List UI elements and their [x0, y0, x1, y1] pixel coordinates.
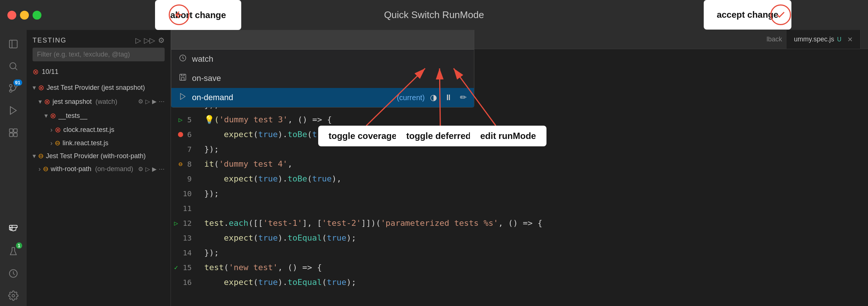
abort-change-callout: abort change: [155, 0, 241, 30]
play-action-icon[interactable]: ▶: [152, 165, 157, 174]
sidebar-title: TESTING: [33, 37, 67, 44]
sidebar-item-run-debug[interactable]: [3, 100, 24, 121]
abort-icon-circle[interactable]: [169, 4, 189, 25]
sidebar-item-settings[interactable]: [3, 285, 24, 306]
tree-item-clock-test[interactable]: › ⊗ clock.react.test.js: [27, 123, 171, 137]
expand-icon: ›: [50, 138, 53, 148]
line-number-13: 13: [183, 231, 192, 245]
flask-badge: 1: [16, 242, 22, 249]
search-icon: [8, 61, 18, 71]
line-number-5: 5: [187, 112, 192, 127]
tree-item-with-root-path[interactable]: › ⊖ with-root-path (on-demand) ⚙ ▷ ▶ ⋯: [27, 163, 171, 176]
svg-rect-11: [14, 129, 17, 132]
tree-item-jest-provider-1[interactable]: ▾ ⊗ Jest Test Provider (jest snapshot): [27, 81, 171, 95]
line-number-9: 9: [187, 171, 192, 186]
svg-marker-8: [10, 107, 16, 115]
code-line-16: 16 expect(true).toEqual(true);: [171, 275, 868, 290]
qs-option-watch[interactable]: watch: [171, 50, 474, 69]
status-error-icon: ⊗: [50, 110, 56, 121]
run-all-tests-icon[interactable]: ▷▷: [144, 36, 155, 45]
tree-label: link.react.test.js: [63, 138, 108, 148]
sidebar-item-explorer[interactable]: [3, 34, 24, 54]
error-count-icon: ⊗: [33, 67, 39, 76]
svg-rect-10: [10, 129, 13, 132]
toggle-coverage-icon[interactable]: ◑: [430, 93, 437, 102]
code-line-5: ▷ 5 💡('dummy test 3', () => {: [171, 112, 868, 127]
play-action-icon[interactable]: ▶: [152, 97, 157, 106]
line-gutter-6: 6: [171, 127, 201, 142]
editor-tab-spec[interactable]: ummy.spec.js U ✕: [787, 30, 861, 49]
expand-icon: ▾: [33, 83, 36, 93]
arrow-left-icon: [174, 10, 184, 20]
sidebar-settings-icon[interactable]: ⚙: [158, 36, 165, 45]
svg-point-5: [10, 85, 12, 87]
sidebar-item-source-control[interactable]: 91: [3, 78, 24, 99]
status-partial-icon: ⊖: [38, 151, 44, 161]
toggle-deferred-icon[interactable]: ⏸: [444, 93, 452, 102]
quick-switch-input[interactable]: [176, 33, 470, 46]
line-gutter-12: ▷ 12: [171, 216, 201, 231]
save-icon: [179, 73, 187, 84]
tree-label: __tests__: [58, 111, 87, 121]
line-number-14: 14: [183, 245, 192, 260]
line-gutter-13: 13: [171, 231, 201, 245]
line-content-12: test.each([['test-1'], ['test-2']])('par…: [201, 216, 542, 231]
test-count-row: ⊗ 10/11: [27, 66, 171, 81]
sidebar-item-testing[interactable]: [3, 219, 24, 239]
dot-red-6: [178, 132, 183, 137]
run-action-icon[interactable]: ▷: [145, 97, 150, 106]
tree-item-jest-snapshot[interactable]: ▾ ⊗ jest snapshot (watch) ⚙ ▷ ▶ ⋯: [27, 95, 171, 109]
line-number-8: 8: [187, 157, 192, 171]
qs-option-on-demand[interactable]: on-demand (current) ◑ ⏸ ✏: [171, 88, 474, 107]
accept-icon-circle[interactable]: [770, 4, 791, 25]
sidebar-actions: ▷ ▷▷ ⚙: [135, 36, 165, 45]
line-content-8: it('dummy test 4',: [201, 157, 297, 171]
line-gutter-9: 9: [171, 171, 201, 186]
tree-item-jest-provider-2[interactable]: ▾ ⊖ Jest Test Provider (with-root-path): [27, 150, 171, 163]
activity-bar: 91 1: [0, 30, 27, 306]
line-status-12: ▷: [172, 216, 180, 231]
tree-label: jest snapshot: [53, 97, 92, 107]
more-action-icon[interactable]: ⋯: [159, 165, 165, 174]
sidebar-item-search[interactable]: [3, 56, 24, 76]
settings-action-icon[interactable]: ⚙: [138, 97, 143, 106]
minimize-button[interactable]: [20, 11, 29, 20]
code-line-9: 9 expect(true).toBe(true),: [171, 171, 868, 186]
svg-point-3: [10, 63, 16, 69]
line-content-5: 💡('dummy test 3', () => {: [201, 112, 332, 127]
qs-current-badge: (current): [397, 94, 425, 102]
line-status-6: [177, 127, 184, 142]
explorer-icon: [8, 39, 18, 49]
code-line-10: 10 });: [171, 186, 868, 201]
line-number-6: 6: [187, 127, 192, 142]
status-error-icon: ⊗: [55, 124, 61, 135]
sidebar-item-history[interactable]: [3, 263, 24, 284]
line-gutter-8: ⊖ 8: [171, 157, 201, 171]
edit-runmode-icon[interactable]: ✏: [460, 93, 467, 102]
svg-line-4: [15, 68, 17, 70]
qs-option-on-save[interactable]: on-save: [171, 69, 474, 88]
more-action-icon[interactable]: ⋯: [159, 97, 165, 106]
toggle-deferred-callout: toggle deferred: [396, 126, 481, 146]
maximize-button[interactable]: [33, 11, 41, 20]
tree-sublabel: (on-demand): [95, 164, 133, 174]
tab-filename: ummy.spec.js: [794, 35, 834, 43]
sidebar-item-extensions[interactable]: [3, 122, 24, 143]
sidebar-item-flask[interactable]: 1: [3, 241, 24, 262]
line-content-15: test('new test', () => {: [201, 260, 322, 275]
svg-point-15: [12, 295, 15, 297]
settings-action-icon[interactable]: ⚙: [138, 165, 143, 174]
close-button[interactable]: [7, 11, 16, 20]
tab-unsaved-badge: U: [837, 36, 841, 43]
tab-close-icon[interactable]: ✕: [847, 35, 853, 44]
test-count-label: 10/11: [42, 68, 58, 76]
run-tests-icon[interactable]: ▷: [135, 36, 141, 45]
line-number-12: 12: [183, 216, 192, 231]
filter-input[interactable]: [33, 48, 165, 61]
tree-item-tests-dir[interactable]: ▾ ⊗ __tests__: [27, 109, 171, 123]
qs-option-actions: ◑ ⏸ ✏: [430, 93, 467, 102]
line-content-14: });: [201, 245, 219, 260]
tree-item-link-test[interactable]: › ⊖ link.react.test.js: [27, 137, 171, 150]
run-action-icon[interactable]: ▷: [145, 165, 150, 174]
settings-icon: [8, 290, 18, 301]
